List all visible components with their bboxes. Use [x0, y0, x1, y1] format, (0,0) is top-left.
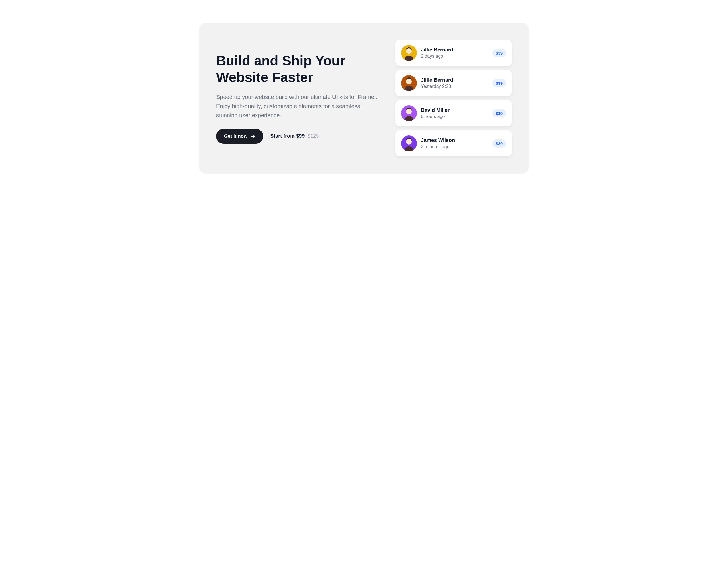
cta-button-label: Get it now	[224, 133, 247, 139]
hero-container: Build and Ship Your Website Faster Speed…	[199, 23, 529, 173]
avatar	[401, 105, 417, 121]
purchase-name: Jillie Bernard	[421, 77, 488, 83]
purchase-card: Jillie Bernard2 days ago$39	[395, 40, 512, 66]
card-info: Jillie BernardYesterday 9:28	[421, 77, 488, 89]
price-current: Start from $99	[270, 133, 305, 139]
price-badge: $39	[492, 139, 506, 148]
avatar	[401, 75, 417, 91]
purchase-time: Yesterday 9:28	[421, 84, 488, 89]
card-info: Jillie Bernard2 days ago	[421, 47, 488, 59]
arrow-right-icon	[250, 134, 255, 139]
price-old: $129	[307, 133, 319, 139]
avatar	[401, 45, 417, 61]
svg-point-2	[406, 48, 412, 54]
hero-subtitle: Speed up your website build with our ult…	[216, 92, 378, 120]
cta-button[interactable]: Get it now	[216, 129, 263, 144]
purchase-name: Jillie Bernard	[421, 47, 488, 53]
purchase-list: Jillie Bernard2 days ago$39 Jillie Berna…	[395, 40, 512, 156]
price-badge: $39	[492, 79, 506, 87]
hero-content: Build and Ship Your Website Faster Speed…	[216, 53, 378, 143]
purchase-time: 2 minutes ago	[421, 144, 488, 149]
purchase-name: James Wilson	[421, 137, 488, 143]
card-info: David Miller6 hours ago	[421, 107, 488, 119]
avatar	[401, 135, 417, 151]
purchase-time: 6 hours ago	[421, 114, 488, 119]
price-info: Start from $99 $129	[270, 133, 319, 139]
purchase-time: 2 days ago	[421, 54, 488, 59]
hero-title: Build and Ship Your Website Faster	[216, 53, 378, 85]
purchase-card: James Wilson2 minutes ago$39	[395, 130, 512, 156]
price-badge: $39	[492, 109, 506, 117]
purchase-name: David Miller	[421, 107, 488, 113]
purchase-card: David Miller6 hours ago$39	[395, 100, 512, 126]
cta-row: Get it now Start from $99 $129	[216, 129, 378, 144]
svg-point-6	[406, 109, 412, 114]
price-badge: $39	[492, 49, 506, 57]
card-info: James Wilson2 minutes ago	[421, 137, 488, 149]
purchase-card: Jillie BernardYesterday 9:28$39	[395, 70, 512, 96]
svg-point-4	[406, 78, 412, 84]
svg-point-8	[406, 139, 412, 144]
